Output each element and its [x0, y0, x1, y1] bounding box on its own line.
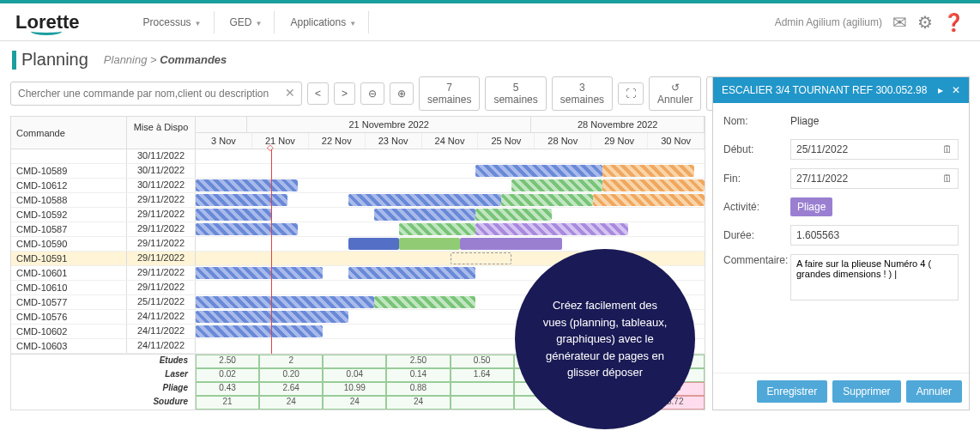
range-7w-button[interactable]: 7 semaines [419, 76, 480, 111]
cell-cmd: CMD-10590 [11, 237, 127, 251]
mail-icon[interactable]: ✉ [892, 12, 907, 33]
day-header: 24 Nov [422, 133, 479, 149]
gantt-bar[interactable] [348, 238, 399, 250]
save-button[interactable]: Enregistrer [757, 380, 828, 403]
gantt-bar[interactable] [196, 223, 298, 235]
gantt-bar[interactable] [196, 267, 323, 279]
day-header: 28 Nov [535, 133, 591, 149]
cell-date: 29/11/2022 [127, 281, 196, 294]
title-row: Planning Planning > Commandes [0, 41, 980, 76]
today-marker: ◇ [267, 143, 274, 152]
delete-button[interactable]: Supprimer [832, 380, 900, 403]
field-comment[interactable]: A faire sur la plieuse Numéro 4 ( grande… [790, 254, 959, 300]
gantt-bar[interactable] [511, 179, 603, 191]
gantt-bar[interactable] [399, 223, 475, 235]
day-header: 23 Nov [366, 133, 422, 149]
field-duree[interactable]: 1.605563 [790, 225, 959, 246]
cell-cmd: CMD-10601 [11, 266, 127, 280]
gantt-bar[interactable] [348, 267, 475, 279]
gantt-bar[interactable] [196, 194, 287, 206]
table-row[interactable]: CMD-1058829/11/2022 [11, 193, 705, 208]
cell-cmd: CMD-10577 [11, 295, 127, 309]
cell-cmd: CMD-10587 [11, 222, 127, 236]
cell-date: 30/11/2022 [127, 164, 196, 178]
cell-cmd [11, 149, 127, 163]
gantt-bar[interactable] [593, 194, 705, 206]
day-header: 22 Nov [309, 133, 366, 149]
app-header: Lorette Processus▼ GED▼ Applications▼ Ad… [0, 3, 980, 41]
day-header: 25 Nov [478, 133, 535, 149]
gantt-bar[interactable] [196, 179, 298, 191]
field-debut[interactable]: 25/11/2022🗓 [790, 139, 959, 160]
cell-cmd: CMD-10591 [11, 252, 127, 265]
field-nom: Pliage [790, 112, 959, 130]
logo: Lorette [15, 11, 80, 33]
cell-date: 29/11/2022 [127, 266, 196, 280]
col-header-date[interactable]: Mise à Dispo [127, 117, 196, 149]
nav-processus[interactable]: Processus▼ [131, 11, 215, 33]
calendar-icon[interactable]: 🗓 [942, 173, 953, 185]
cell-cmd: CMD-10588 [11, 193, 127, 207]
gantt-bar[interactable] [348, 194, 501, 206]
gantt-bar[interactable] [374, 296, 476, 308]
gantt-bar[interactable] [374, 209, 476, 221]
gantt-bar[interactable] [460, 238, 562, 250]
marketing-callout: Créez facilement des vues (planning, tab… [515, 249, 695, 429]
col-header-commande[interactable]: Commande [11, 117, 127, 149]
cell-cmd: CMD-10576 [11, 310, 127, 324]
gantt-bar[interactable] [501, 194, 593, 206]
field-fin[interactable]: 27/11/2022🗓 [790, 168, 959, 189]
zoom-out-icon[interactable]: ⊖ [360, 82, 384, 105]
table-row[interactable]: CMD-1058729/11/2022 [11, 222, 705, 237]
close-icon[interactable]: ✕ [952, 84, 960, 96]
table-row[interactable]: CMD-1059229/11/2022 [11, 208, 705, 222]
nav-applications[interactable]: Applications▼ [278, 11, 369, 33]
search-input[interactable] [10, 82, 302, 106]
nav-menu: Processus▼ GED▼ Applications▼ [131, 11, 370, 33]
cell-date: 24/11/2022 [127, 325, 196, 338]
day-header: 21 Nov [252, 133, 309, 149]
gantt-bar[interactable] [196, 325, 323, 337]
day-header: 3 Nov [196, 133, 252, 149]
fullscreen-icon[interactable]: ⛶ [618, 82, 644, 105]
next-button[interactable]: > [334, 82, 355, 105]
gantt-bar[interactable] [196, 209, 272, 221]
undo-button[interactable]: ↺ Annuler [649, 76, 701, 111]
gantt-bar[interactable] [475, 223, 628, 235]
gantt-bar[interactable] [475, 209, 552, 221]
day-header: 30 Nov [648, 133, 705, 149]
collapse-icon[interactable]: ▸ [938, 84, 943, 96]
range-3w-button[interactable]: 3 semaines [552, 76, 613, 111]
cell-date: 29/11/2022 [127, 222, 196, 236]
cell-date: 29/11/2022 [127, 208, 196, 222]
zoom-in-icon[interactable]: ⊕ [390, 82, 414, 105]
page-title: Planning [21, 50, 88, 70]
nav-ged[interactable]: GED▼ [218, 11, 275, 33]
gantt-bar[interactable] [602, 179, 705, 191]
cancel-button[interactable]: Annuler [906, 380, 962, 403]
cell-cmd: CMD-10612 [11, 179, 127, 192]
cell-date: 29/11/2022 [127, 252, 196, 265]
gantt-bar[interactable] [451, 252, 511, 264]
gantt-bar[interactable] [399, 238, 460, 250]
gear-icon[interactable]: ⚙ [917, 12, 933, 33]
day-header: 29 Nov [591, 133, 648, 149]
cell-date: 29/11/2022 [127, 237, 196, 251]
table-row[interactable]: CMD-1058930/11/2022 [11, 164, 705, 179]
gantt-bar[interactable] [602, 165, 694, 177]
cell-cmd: CMD-10589 [11, 164, 127, 178]
gantt-bar[interactable] [475, 165, 602, 177]
table-row[interactable]: 30/11/2022 [11, 149, 705, 164]
cell-cmd: CMD-10592 [11, 208, 127, 222]
clear-icon[interactable]: ✕ [285, 86, 295, 100]
detail-panel: ESCALIER 3/4 TOURNANT REF 300.052.98 ▸ ✕… [712, 76, 970, 410]
week-2: 28 Novembre 2022 [531, 117, 705, 132]
help-icon[interactable]: ❓ [943, 12, 965, 33]
gantt-bar[interactable] [196, 296, 374, 308]
field-activite[interactable]: Pliage [790, 197, 832, 216]
table-row[interactable]: CMD-1061230/11/2022 [11, 179, 705, 193]
prev-button[interactable]: < [307, 82, 329, 105]
range-5w-button[interactable]: 5 semaines [485, 76, 546, 111]
calendar-icon[interactable]: 🗓 [942, 143, 953, 155]
user-label: Admin Agilium (agilium) [775, 16, 882, 28]
